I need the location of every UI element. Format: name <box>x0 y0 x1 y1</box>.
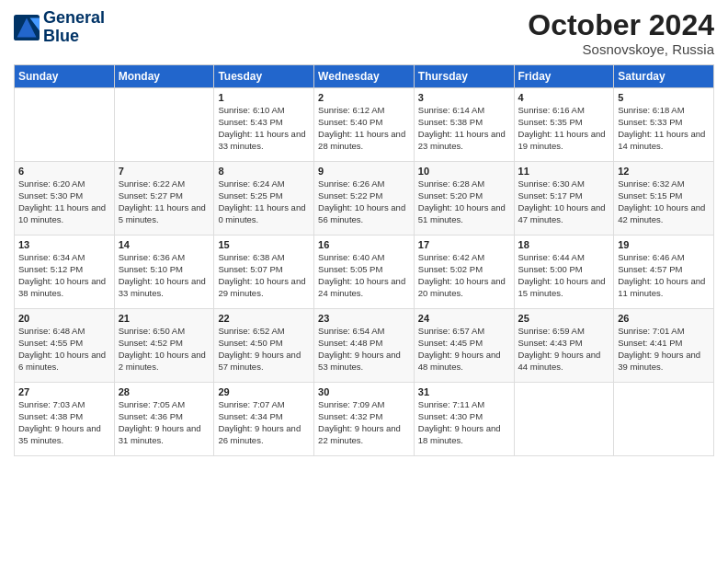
col-monday: Monday <box>114 65 214 88</box>
day-detail: Sunrise: 6:10 AMSunset: 5:43 PMDaylight:… <box>218 105 310 152</box>
calendar-cell: 20Sunrise: 6:48 AMSunset: 4:55 PMDayligh… <box>15 309 115 383</box>
day-detail: Sunrise: 7:05 AMSunset: 4:36 PMDaylight:… <box>119 399 210 446</box>
day-number: 15 <box>218 239 310 250</box>
calendar-row-3: 20Sunrise: 6:48 AMSunset: 4:55 PMDayligh… <box>15 309 714 383</box>
calendar-cell: 4Sunrise: 6:16 AMSunset: 5:35 PMDaylight… <box>514 88 614 162</box>
calendar-cell: 23Sunrise: 6:54 AMSunset: 4:48 PMDayligh… <box>314 309 415 383</box>
day-detail: Sunrise: 6:59 AMSunset: 4:43 PMDaylight:… <box>518 326 610 373</box>
calendar-cell: 17Sunrise: 6:42 AMSunset: 5:02 PMDayligh… <box>414 236 514 309</box>
day-number: 18 <box>518 239 610 250</box>
day-detail: Sunrise: 6:44 AMSunset: 5:00 PMDaylight:… <box>518 252 610 299</box>
calendar-cell: 6Sunrise: 6:20 AMSunset: 5:30 PMDaylight… <box>15 162 115 236</box>
day-detail: Sunrise: 6:57 AMSunset: 4:45 PMDaylight:… <box>418 326 510 373</box>
day-number: 19 <box>618 239 710 250</box>
calendar-cell: 26Sunrise: 7:01 AMSunset: 4:41 PMDayligh… <box>614 309 714 383</box>
calendar-cell <box>614 383 714 456</box>
calendar-cell: 25Sunrise: 6:59 AMSunset: 4:43 PMDayligh… <box>514 309 614 383</box>
day-number: 14 <box>119 239 210 250</box>
calendar-cell: 22Sunrise: 6:52 AMSunset: 4:50 PMDayligh… <box>214 309 314 383</box>
day-number: 13 <box>18 239 110 250</box>
calendar-cell: 12Sunrise: 6:32 AMSunset: 5:15 PMDayligh… <box>614 162 714 236</box>
calendar-cell <box>15 88 115 162</box>
calendar-cell: 30Sunrise: 7:09 AMSunset: 4:32 PMDayligh… <box>314 383 415 456</box>
day-detail: Sunrise: 6:48 AMSunset: 4:55 PMDaylight:… <box>18 326 110 373</box>
calendar-cell: 19Sunrise: 6:46 AMSunset: 4:57 PMDayligh… <box>614 236 714 309</box>
col-sunday: Sunday <box>15 65 115 88</box>
day-number: 20 <box>18 313 110 324</box>
day-number: 9 <box>318 166 410 177</box>
day-detail: Sunrise: 7:11 AMSunset: 4:30 PMDaylight:… <box>418 399 510 446</box>
calendar-cell: 10Sunrise: 6:28 AMSunset: 5:20 PMDayligh… <box>414 162 514 236</box>
day-number: 3 <box>418 92 510 103</box>
title-block: October 2024 Sosnovskoye, Russia <box>528 9 714 57</box>
calendar-table: Sunday Monday Tuesday Wednesday Thursday… <box>14 64 714 456</box>
calendar-cell: 24Sunrise: 6:57 AMSunset: 4:45 PMDayligh… <box>414 309 514 383</box>
calendar-cell: 3Sunrise: 6:14 AMSunset: 5:38 PMDaylight… <box>414 88 514 162</box>
day-detail: Sunrise: 6:12 AMSunset: 5:40 PMDaylight:… <box>318 105 410 152</box>
day-detail: Sunrise: 6:24 AMSunset: 5:25 PMDaylight:… <box>218 178 310 225</box>
day-number: 16 <box>318 239 410 250</box>
calendar-row-4: 27Sunrise: 7:03 AMSunset: 4:38 PMDayligh… <box>15 383 714 456</box>
header: General Blue October 2024 Sosnovskoye, R… <box>14 9 714 57</box>
day-detail: Sunrise: 6:52 AMSunset: 4:50 PMDaylight:… <box>218 326 310 373</box>
day-detail: Sunrise: 6:14 AMSunset: 5:38 PMDaylight:… <box>418 105 510 152</box>
day-number: 4 <box>518 92 610 103</box>
calendar-cell: 15Sunrise: 6:38 AMSunset: 5:07 PMDayligh… <box>214 236 314 309</box>
day-detail: Sunrise: 7:03 AMSunset: 4:38 PMDaylight:… <box>18 399 110 446</box>
day-number: 17 <box>418 239 510 250</box>
day-detail: Sunrise: 6:42 AMSunset: 5:02 PMDaylight:… <box>418 252 510 299</box>
col-saturday: Saturday <box>614 65 714 88</box>
logo-icon <box>14 15 40 40</box>
calendar-row-0: 1Sunrise: 6:10 AMSunset: 5:43 PMDaylight… <box>15 88 714 162</box>
day-detail: Sunrise: 6:54 AMSunset: 4:48 PMDaylight:… <box>318 326 410 373</box>
day-number: 26 <box>618 313 710 324</box>
day-number: 21 <box>119 313 210 324</box>
day-number: 2 <box>318 92 410 103</box>
calendar-cell: 27Sunrise: 7:03 AMSunset: 4:38 PMDayligh… <box>15 383 115 456</box>
header-row: Sunday Monday Tuesday Wednesday Thursday… <box>15 65 714 88</box>
calendar-row-1: 6Sunrise: 6:20 AMSunset: 5:30 PMDaylight… <box>15 162 714 236</box>
day-detail: Sunrise: 6:38 AMSunset: 5:07 PMDaylight:… <box>218 252 310 299</box>
day-detail: Sunrise: 6:28 AMSunset: 5:20 PMDaylight:… <box>418 178 510 225</box>
calendar-cell: 16Sunrise: 6:40 AMSunset: 5:05 PMDayligh… <box>314 236 415 309</box>
calendar-cell: 14Sunrise: 6:36 AMSunset: 5:10 PMDayligh… <box>114 236 214 309</box>
calendar-cell: 2Sunrise: 6:12 AMSunset: 5:40 PMDaylight… <box>314 88 415 162</box>
day-number: 12 <box>618 166 710 177</box>
day-number: 30 <box>318 386 410 397</box>
day-detail: Sunrise: 6:26 AMSunset: 5:22 PMDaylight:… <box>318 178 410 225</box>
col-tuesday: Tuesday <box>214 65 314 88</box>
logo-text: General Blue <box>43 9 105 46</box>
day-number: 11 <box>518 166 610 177</box>
day-detail: Sunrise: 6:50 AMSunset: 4:52 PMDaylight:… <box>119 326 210 373</box>
day-detail: Sunrise: 6:32 AMSunset: 5:15 PMDaylight:… <box>618 178 710 225</box>
calendar-cell: 5Sunrise: 6:18 AMSunset: 5:33 PMDaylight… <box>614 88 714 162</box>
day-number: 6 <box>18 166 110 177</box>
calendar-cell: 9Sunrise: 6:26 AMSunset: 5:22 PMDaylight… <box>314 162 415 236</box>
calendar-cell: 11Sunrise: 6:30 AMSunset: 5:17 PMDayligh… <box>514 162 614 236</box>
calendar-row-2: 13Sunrise: 6:34 AMSunset: 5:12 PMDayligh… <box>15 236 714 309</box>
day-number: 10 <box>418 166 510 177</box>
calendar-cell: 29Sunrise: 7:07 AMSunset: 4:34 PMDayligh… <box>214 383 314 456</box>
day-number: 8 <box>218 166 310 177</box>
day-detail: Sunrise: 6:30 AMSunset: 5:17 PMDaylight:… <box>518 178 610 225</box>
day-detail: Sunrise: 6:40 AMSunset: 5:05 PMDaylight:… <box>318 252 410 299</box>
calendar-cell: 21Sunrise: 6:50 AMSunset: 4:52 PMDayligh… <box>114 309 214 383</box>
calendar-cell: 7Sunrise: 6:22 AMSunset: 5:27 PMDaylight… <box>114 162 214 236</box>
day-number: 25 <box>518 313 610 324</box>
day-number: 1 <box>218 92 310 103</box>
day-number: 5 <box>618 92 710 103</box>
location: Sosnovskoye, Russia <box>528 41 714 57</box>
calendar-cell: 31Sunrise: 7:11 AMSunset: 4:30 PMDayligh… <box>414 383 514 456</box>
calendar-cell <box>514 383 614 456</box>
day-detail: Sunrise: 6:46 AMSunset: 4:57 PMDaylight:… <box>618 252 710 299</box>
day-detail: Sunrise: 6:18 AMSunset: 5:33 PMDaylight:… <box>618 105 710 152</box>
day-number: 24 <box>418 313 510 324</box>
day-detail: Sunrise: 7:09 AMSunset: 4:32 PMDaylight:… <box>318 399 410 446</box>
calendar-cell: 8Sunrise: 6:24 AMSunset: 5:25 PMDaylight… <box>214 162 314 236</box>
logo-line1: General <box>43 9 105 28</box>
day-number: 7 <box>119 166 210 177</box>
day-detail: Sunrise: 7:07 AMSunset: 4:34 PMDaylight:… <box>218 399 310 446</box>
calendar-cell: 13Sunrise: 6:34 AMSunset: 5:12 PMDayligh… <box>15 236 115 309</box>
calendar-cell: 1Sunrise: 6:10 AMSunset: 5:43 PMDaylight… <box>214 88 314 162</box>
col-friday: Friday <box>514 65 614 88</box>
